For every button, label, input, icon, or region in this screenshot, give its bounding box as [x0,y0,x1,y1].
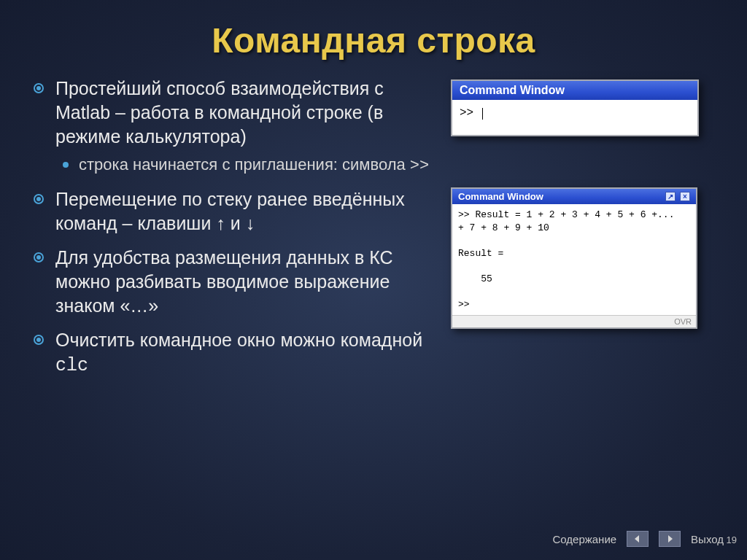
slide-footer: Содержание Выход [552,531,724,547]
svg-marker-0 [635,535,639,542]
sub-item: строка начинается с приглашения: символа… [60,155,438,177]
sub-code: >> [410,157,429,175]
arrow-right-icon [665,534,674,543]
slide: Командная строка Простейший способ взаим… [0,0,747,560]
undock-icon[interactable]: ↗ [665,192,676,201]
bullet-code: clc [55,355,88,376]
window-title: Command Window [460,84,565,97]
window-titlebar: Command Window ↗ × [452,189,696,204]
command-window-example: Command Window ↗ × >> Result = 1 + 2 + 3… [451,187,697,329]
bullet-item: Простейший способ взаимодействия с Matla… [29,77,438,177]
prompt: >> [460,106,481,120]
svg-marker-1 [668,535,673,542]
status-ovr: OVR [674,317,692,326]
window-title: Command Window [458,191,543,202]
sub-text: строка начинается с приглашения: символа [79,155,410,174]
bullet-text: Перемещение по стеку ранее введённых ком… [55,189,405,233]
next-button[interactable] [659,531,681,547]
text-cursor-icon [482,108,483,120]
image-column: Command Window >> Command Window ↗ × >> … [451,77,718,388]
command-window-simple: Command Window >> [451,79,699,136]
bullet-text: Простейший способ взаимодействия с Matla… [55,78,384,147]
text-column: Простейший способ взаимодействия с Matla… [29,77,438,388]
bullet-list: Простейший способ взаимодействия с Matla… [29,77,438,378]
bullet-text: Для удобства размещения данных в КС можн… [55,247,393,316]
window-body: >> [452,100,697,135]
page-number: 19 [727,534,737,545]
bullet-item: Перемещение по стеку ранее введённых ком… [29,187,438,236]
titlebar-buttons: ↗ × [665,192,690,201]
bullet-item: Очистить командное окно можно комадной c… [29,328,438,378]
bullet-text: Очистить командное окно можно комадной [55,330,422,350]
sub-list: строка начинается с приглашения: символа… [60,155,438,177]
close-icon[interactable]: × [680,192,690,201]
exit-link[interactable]: Выход [691,533,724,545]
toc-link[interactable]: Содержание [552,533,616,545]
prev-button[interactable] [627,531,649,547]
content-columns: Простейший способ взаимодействия с Matla… [29,77,718,388]
slide-title: Командная строка [29,20,718,61]
window-statusbar: OVR [452,315,696,327]
window-titlebar: Command Window [452,81,697,100]
arrow-left-icon [633,534,642,543]
bullet-item: Для удобства размещения данных в КС можн… [29,246,438,318]
window-body: >> Result = 1 + 2 + 3 + 4 + 5 + 6 +... +… [452,204,696,315]
